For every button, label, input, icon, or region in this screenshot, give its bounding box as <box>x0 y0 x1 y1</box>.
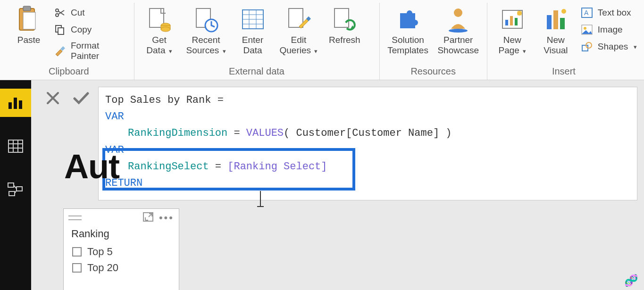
shapes-icon <box>581 41 593 53</box>
var-name: RankingSelect <box>128 161 209 173</box>
new-page-label: New Page ▾ <box>499 35 527 56</box>
drag-handle-icon[interactable] <box>68 215 137 220</box>
svg-rect-32 <box>560 18 565 29</box>
partner-showcase-button[interactable]: Partner Showcase <box>435 3 482 56</box>
get-data-icon <box>145 5 174 34</box>
svg-rect-6 <box>58 28 64 34</box>
svg-rect-30 <box>547 15 552 29</box>
get-data-label: Get Data ▾ <box>146 35 172 56</box>
shapes-button[interactable]: Shapes ▾ <box>579 40 639 54</box>
focus-mode-icon[interactable] <box>143 212 153 224</box>
cut-label: Cut <box>71 8 85 18</box>
slicer-visual[interactable]: ••• Ranking Top 5 Top 20 <box>63 208 179 290</box>
slicer-title: Ranking <box>64 224 179 244</box>
svg-rect-43 <box>8 140 23 152</box>
svg-point-24 <box>449 29 468 33</box>
enter-data-label: Enter Data <box>242 35 263 56</box>
cut-button[interactable]: Cut <box>52 6 129 20</box>
text-box-icon: A <box>581 7 593 19</box>
refresh-button[interactable]: Refresh <box>324 3 365 45</box>
solution-templates-button[interactable]: Solution Templates <box>385 3 432 56</box>
ribbon-group-resources: Solution Templates Partner Showcase Reso… <box>380 3 487 80</box>
chevron-down-icon: ▾ <box>523 48 526 55</box>
recent-sources-button[interactable]: Recent Sources ▾ <box>183 3 230 56</box>
svg-rect-1 <box>23 12 35 29</box>
svg-point-3 <box>56 9 59 12</box>
paste-icon <box>14 5 43 34</box>
function-name: VALUES <box>246 127 284 139</box>
image-label: Image <box>598 25 623 35</box>
image-icon <box>581 24 593 36</box>
get-data-button[interactable]: Get Data ▾ <box>139 3 180 56</box>
refresh-icon <box>330 5 359 34</box>
partner-showcase-label: Partner Showcase <box>437 35 479 56</box>
report-title: Aut <box>64 147 119 186</box>
check-icon <box>73 91 89 105</box>
copy-label: Copy <box>71 25 92 35</box>
checkbox-icon[interactable] <box>72 263 82 273</box>
recent-sources-label: Recent Sources ▾ <box>186 35 226 56</box>
ribbon-group-insert: New Page ▾ New Visual A Text box <box>487 3 640 80</box>
watermark-logo: 🧬 <box>624 274 638 287</box>
close-icon <box>46 91 60 105</box>
solution-templates-label: Solution Templates <box>387 35 428 56</box>
nav-report-view[interactable] <box>0 89 31 117</box>
new-visual-icon <box>541 5 570 34</box>
slicer-item[interactable]: Top 20 <box>64 260 179 276</box>
commit-formula-button[interactable] <box>73 90 90 107</box>
svg-rect-26 <box>505 20 508 25</box>
group-label-clipboard: Clipboard <box>8 64 129 80</box>
svg-point-4 <box>56 14 59 17</box>
paste-label: Paste <box>17 35 41 45</box>
scissors-icon <box>54 7 66 19</box>
svg-rect-49 <box>17 187 22 191</box>
left-nav <box>0 80 31 290</box>
keyword-var: VAR <box>105 111 124 123</box>
new-visual-label: New Visual <box>544 35 568 56</box>
relationship-icon <box>7 182 24 197</box>
text-box-label: Text box <box>598 8 631 18</box>
chevron-down-icon: ▾ <box>169 48 172 55</box>
format-painter-button[interactable]: Format Painter <box>52 40 129 62</box>
enter-data-button[interactable]: Enter Data <box>233 3 273 56</box>
nav-data-view[interactable] <box>0 132 31 160</box>
formula-editor[interactable]: Top Sales by Rank = VAR RankingDimension… <box>98 87 637 200</box>
slicer-item[interactable]: Top 5 <box>64 244 179 260</box>
formula-text: Top Sales by Rank <box>105 94 217 106</box>
svg-rect-50 <box>9 191 15 196</box>
svg-text:A: A <box>584 9 589 17</box>
svg-rect-2 <box>23 6 31 11</box>
cancel-formula-button[interactable] <box>44 90 61 107</box>
copy-button[interactable]: Copy <box>52 23 129 37</box>
workspace: Top Sales by Rank = VAR RankingDimension… <box>0 80 644 290</box>
slicer-item-label: Top 20 <box>87 262 118 274</box>
image-button[interactable]: Image <box>579 23 639 37</box>
group-label-insert: Insert <box>492 64 636 80</box>
svg-point-23 <box>454 8 462 17</box>
new-page-icon <box>498 5 527 34</box>
svg-rect-31 <box>553 10 558 29</box>
checkbox-icon[interactable] <box>72 247 82 257</box>
paintbrush-icon <box>54 45 66 57</box>
text-cursor <box>260 191 261 206</box>
paste-button[interactable]: Paste <box>8 3 49 45</box>
svg-rect-27 <box>510 16 513 25</box>
recent-sources-icon <box>192 5 221 34</box>
enter-data-icon <box>238 5 268 34</box>
edit-queries-button[interactable]: Edit Queries ▾ <box>276 3 322 56</box>
svg-rect-42 <box>19 100 22 109</box>
svg-rect-28 <box>515 18 518 25</box>
new-visual-button[interactable]: New Visual <box>535 3 576 56</box>
copy-icon <box>54 24 66 36</box>
slicer-header: ••• <box>64 209 179 224</box>
svg-point-37 <box>584 27 586 30</box>
refresh-label: Refresh <box>329 35 360 45</box>
text-box-button[interactable]: A Text box <box>579 6 639 20</box>
nav-model-view[interactable] <box>0 175 31 204</box>
formula-bar: Top Sales by Rank = VAR RankingDimension… <box>31 80 644 200</box>
measure-ref: [Ranking Select] <box>227 161 327 173</box>
slicer-item-label: Top 5 <box>87 246 113 258</box>
svg-rect-38 <box>582 45 588 51</box>
more-options-icon[interactable]: ••• <box>159 212 174 224</box>
new-page-button[interactable]: New Page ▾ <box>492 3 533 56</box>
